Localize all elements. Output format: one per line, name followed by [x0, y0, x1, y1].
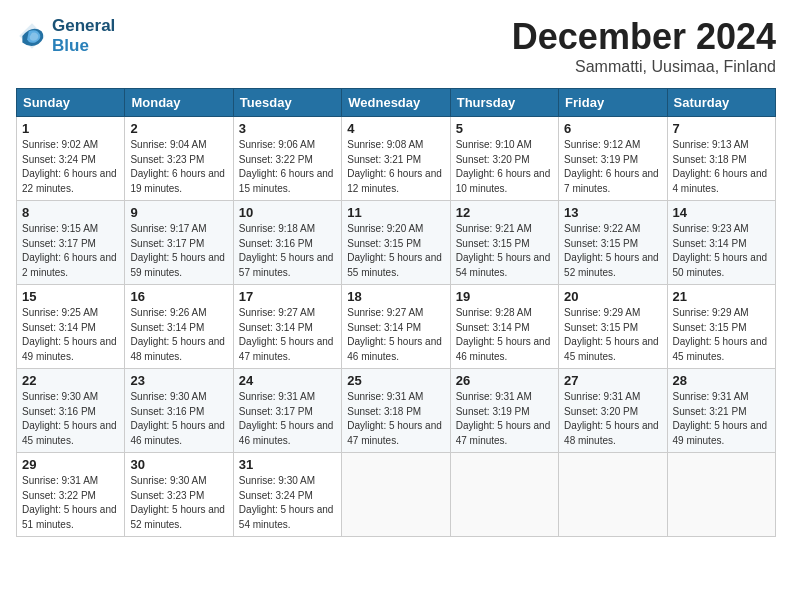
day-info: Sunrise: 9:30 AMSunset: 3:24 PMDaylight:… [239, 474, 336, 532]
day-number: 10 [239, 205, 336, 220]
day-info: Sunrise: 9:31 AMSunset: 3:17 PMDaylight:… [239, 390, 336, 448]
calendar-cell: 28 Sunrise: 9:31 AMSunset: 3:21 PMDaylig… [667, 369, 775, 453]
calendar-cell: 17 Sunrise: 9:27 AMSunset: 3:14 PMDaylig… [233, 285, 341, 369]
calendar-week-3: 15 Sunrise: 9:25 AMSunset: 3:14 PMDaylig… [17, 285, 776, 369]
day-info: Sunrise: 9:06 AMSunset: 3:22 PMDaylight:… [239, 138, 336, 196]
calendar-cell: 27 Sunrise: 9:31 AMSunset: 3:20 PMDaylig… [559, 369, 667, 453]
day-number: 24 [239, 373, 336, 388]
day-info: Sunrise: 9:17 AMSunset: 3:17 PMDaylight:… [130, 222, 227, 280]
calendar-cell: 29 Sunrise: 9:31 AMSunset: 3:22 PMDaylig… [17, 453, 125, 537]
day-number: 29 [22, 457, 119, 472]
day-number: 1 [22, 121, 119, 136]
day-info: Sunrise: 9:12 AMSunset: 3:19 PMDaylight:… [564, 138, 661, 196]
calendar-cell: 31 Sunrise: 9:30 AMSunset: 3:24 PMDaylig… [233, 453, 341, 537]
day-info: Sunrise: 9:20 AMSunset: 3:15 PMDaylight:… [347, 222, 444, 280]
column-header-friday: Friday [559, 89, 667, 117]
day-info: Sunrise: 9:31 AMSunset: 3:20 PMDaylight:… [564, 390, 661, 448]
day-number: 5 [456, 121, 553, 136]
day-info: Sunrise: 9:23 AMSunset: 3:14 PMDaylight:… [673, 222, 770, 280]
calendar-cell [559, 453, 667, 537]
day-number: 2 [130, 121, 227, 136]
calendar-cell: 22 Sunrise: 9:30 AMSunset: 3:16 PMDaylig… [17, 369, 125, 453]
calendar-cell: 7 Sunrise: 9:13 AMSunset: 3:18 PMDayligh… [667, 117, 775, 201]
day-info: Sunrise: 9:31 AMSunset: 3:22 PMDaylight:… [22, 474, 119, 532]
day-number: 23 [130, 373, 227, 388]
day-number: 25 [347, 373, 444, 388]
calendar-cell: 9 Sunrise: 9:17 AMSunset: 3:17 PMDayligh… [125, 201, 233, 285]
day-number: 27 [564, 373, 661, 388]
day-info: Sunrise: 9:31 AMSunset: 3:18 PMDaylight:… [347, 390, 444, 448]
column-header-wednesday: Wednesday [342, 89, 450, 117]
calendar-cell: 2 Sunrise: 9:04 AMSunset: 3:23 PMDayligh… [125, 117, 233, 201]
calendar-cell: 25 Sunrise: 9:31 AMSunset: 3:18 PMDaylig… [342, 369, 450, 453]
day-number: 18 [347, 289, 444, 304]
calendar-week-1: 1 Sunrise: 9:02 AMSunset: 3:24 PMDayligh… [17, 117, 776, 201]
calendar-table: SundayMondayTuesdayWednesdayThursdayFrid… [16, 88, 776, 537]
calendar-cell: 10 Sunrise: 9:18 AMSunset: 3:16 PMDaylig… [233, 201, 341, 285]
day-info: Sunrise: 9:27 AMSunset: 3:14 PMDaylight:… [239, 306, 336, 364]
day-number: 21 [673, 289, 770, 304]
day-info: Sunrise: 9:25 AMSunset: 3:14 PMDaylight:… [22, 306, 119, 364]
day-number: 6 [564, 121, 661, 136]
day-info: Sunrise: 9:04 AMSunset: 3:23 PMDaylight:… [130, 138, 227, 196]
calendar-cell: 11 Sunrise: 9:20 AMSunset: 3:15 PMDaylig… [342, 201, 450, 285]
calendar-cell: 8 Sunrise: 9:15 AMSunset: 3:17 PMDayligh… [17, 201, 125, 285]
calendar-cell [667, 453, 775, 537]
calendar-cell: 12 Sunrise: 9:21 AMSunset: 3:15 PMDaylig… [450, 201, 558, 285]
day-number: 16 [130, 289, 227, 304]
calendar-header: SundayMondayTuesdayWednesdayThursdayFrid… [17, 89, 776, 117]
day-number: 4 [347, 121, 444, 136]
logo-text: General Blue [52, 16, 115, 57]
calendar-cell: 14 Sunrise: 9:23 AMSunset: 3:14 PMDaylig… [667, 201, 775, 285]
calendar-cell: 26 Sunrise: 9:31 AMSunset: 3:19 PMDaylig… [450, 369, 558, 453]
day-info: Sunrise: 9:31 AMSunset: 3:19 PMDaylight:… [456, 390, 553, 448]
calendar-cell: 16 Sunrise: 9:26 AMSunset: 3:14 PMDaylig… [125, 285, 233, 369]
column-header-tuesday: Tuesday [233, 89, 341, 117]
day-number: 14 [673, 205, 770, 220]
calendar-cell [450, 453, 558, 537]
calendar-cell: 15 Sunrise: 9:25 AMSunset: 3:14 PMDaylig… [17, 285, 125, 369]
day-info: Sunrise: 9:30 AMSunset: 3:16 PMDaylight:… [22, 390, 119, 448]
calendar-cell: 1 Sunrise: 9:02 AMSunset: 3:24 PMDayligh… [17, 117, 125, 201]
calendar-cell: 19 Sunrise: 9:28 AMSunset: 3:14 PMDaylig… [450, 285, 558, 369]
logo-icon [16, 20, 48, 52]
day-number: 22 [22, 373, 119, 388]
day-number: 12 [456, 205, 553, 220]
day-info: Sunrise: 9:29 AMSunset: 3:15 PMDaylight:… [673, 306, 770, 364]
day-info: Sunrise: 9:27 AMSunset: 3:14 PMDaylight:… [347, 306, 444, 364]
day-info: Sunrise: 9:28 AMSunset: 3:14 PMDaylight:… [456, 306, 553, 364]
day-number: 3 [239, 121, 336, 136]
day-info: Sunrise: 9:21 AMSunset: 3:15 PMDaylight:… [456, 222, 553, 280]
calendar-cell: 4 Sunrise: 9:08 AMSunset: 3:21 PMDayligh… [342, 117, 450, 201]
column-header-monday: Monday [125, 89, 233, 117]
title-section: December 2024 Sammatti, Uusimaa, Finland [512, 16, 776, 76]
day-number: 28 [673, 373, 770, 388]
calendar-cell: 5 Sunrise: 9:10 AMSunset: 3:20 PMDayligh… [450, 117, 558, 201]
calendar-cell: 23 Sunrise: 9:30 AMSunset: 3:16 PMDaylig… [125, 369, 233, 453]
calendar-cell: 6 Sunrise: 9:12 AMSunset: 3:19 PMDayligh… [559, 117, 667, 201]
day-info: Sunrise: 9:31 AMSunset: 3:21 PMDaylight:… [673, 390, 770, 448]
day-number: 30 [130, 457, 227, 472]
page-title: December 2024 [512, 16, 776, 58]
column-header-saturday: Saturday [667, 89, 775, 117]
calendar-cell: 21 Sunrise: 9:29 AMSunset: 3:15 PMDaylig… [667, 285, 775, 369]
day-number: 20 [564, 289, 661, 304]
calendar-cell: 20 Sunrise: 9:29 AMSunset: 3:15 PMDaylig… [559, 285, 667, 369]
day-number: 7 [673, 121, 770, 136]
day-number: 8 [22, 205, 119, 220]
day-info: Sunrise: 9:26 AMSunset: 3:14 PMDaylight:… [130, 306, 227, 364]
calendar-week-5: 29 Sunrise: 9:31 AMSunset: 3:22 PMDaylig… [17, 453, 776, 537]
calendar-week-2: 8 Sunrise: 9:15 AMSunset: 3:17 PMDayligh… [17, 201, 776, 285]
day-info: Sunrise: 9:13 AMSunset: 3:18 PMDaylight:… [673, 138, 770, 196]
column-header-thursday: Thursday [450, 89, 558, 117]
day-info: Sunrise: 9:29 AMSunset: 3:15 PMDaylight:… [564, 306, 661, 364]
logo: General Blue [16, 16, 115, 57]
calendar-cell: 18 Sunrise: 9:27 AMSunset: 3:14 PMDaylig… [342, 285, 450, 369]
day-info: Sunrise: 9:30 AMSunset: 3:23 PMDaylight:… [130, 474, 227, 532]
day-number: 13 [564, 205, 661, 220]
day-info: Sunrise: 9:30 AMSunset: 3:16 PMDaylight:… [130, 390, 227, 448]
page-subtitle: Sammatti, Uusimaa, Finland [512, 58, 776, 76]
day-number: 15 [22, 289, 119, 304]
day-number: 11 [347, 205, 444, 220]
day-number: 19 [456, 289, 553, 304]
